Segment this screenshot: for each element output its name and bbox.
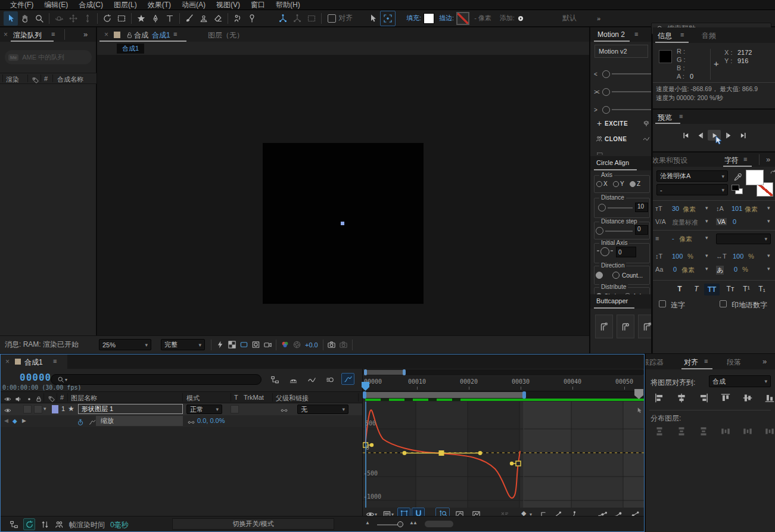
camera-region-tool[interactable] bbox=[114, 11, 129, 26]
distance-knob[interactable] bbox=[598, 204, 606, 211]
composition-mini-flowchart-icon[interactable] bbox=[269, 374, 281, 385]
col-t[interactable]: T bbox=[234, 394, 238, 401]
horizontal-scale-value[interactable]: 100 bbox=[733, 253, 743, 260]
ame-queue-button[interactable]: Me AME 中的队列 bbox=[5, 50, 92, 64]
distribute-left-button[interactable] bbox=[718, 424, 733, 438]
axis-radio-x[interactable]: X bbox=[596, 181, 608, 187]
panel-menu-icon[interactable]: ≡ bbox=[51, 30, 55, 38]
work-area-end-handle[interactable] bbox=[522, 391, 526, 399]
baseline-shift-value[interactable]: 0 bbox=[673, 266, 677, 273]
tab-align[interactable]: 对齐 bbox=[684, 357, 698, 368]
slider3-track[interactable] bbox=[612, 109, 652, 110]
time-ruler[interactable]: 00000 00010 00020 00030 00040 00050 bbox=[363, 376, 645, 391]
col-parent[interactable]: 父级和链接 bbox=[276, 394, 309, 403]
camera-view-icon[interactable] bbox=[262, 339, 273, 351]
col-trkmat[interactable]: TrkMat bbox=[244, 394, 264, 401]
stroke-width-label[interactable]: - 像素 bbox=[474, 14, 491, 23]
navigator-right-cap[interactable] bbox=[403, 369, 406, 375]
layer-name-field[interactable]: 形状图层 1 bbox=[78, 404, 183, 414]
layer-expand-icon[interactable]: ▾ bbox=[43, 406, 46, 412]
view-axis-mode[interactable] bbox=[304, 11, 319, 26]
property-value[interactable]: 0.0, 0.0% bbox=[197, 417, 225, 424]
tab-layer-none[interactable]: 图层（无） bbox=[208, 30, 244, 41]
default-fill-mini-swatch[interactable] bbox=[732, 185, 739, 191]
fill-color-swatch[interactable] bbox=[424, 13, 434, 24]
excite-row[interactable]: + EXCITE bbox=[594, 118, 652, 129]
tsume-value[interactable]: 0 bbox=[734, 266, 737, 273]
tsume-dropdown-icon[interactable]: ▾ bbox=[767, 266, 770, 272]
menu-view[interactable]: 视图(V) bbox=[211, 0, 245, 10]
clone-row[interactable]: CLONE bbox=[594, 133, 652, 144]
font-size-value[interactable]: 30 bbox=[672, 205, 679, 212]
motion-blur-icon[interactable] bbox=[324, 374, 336, 385]
work-area-bar[interactable] bbox=[364, 392, 525, 398]
distance-step-value[interactable]: 0 bbox=[635, 225, 648, 235]
previous-frame-button[interactable] bbox=[693, 130, 706, 141]
distance-step-knob[interactable] bbox=[596, 227, 603, 235]
tab-audio[interactable]: 音频 bbox=[702, 31, 716, 41]
region-of-interest-icon[interactable] bbox=[238, 339, 250, 351]
tab-circle-align[interactable]: Circle Align bbox=[596, 159, 629, 166]
kerning-value[interactable]: 度量标准 bbox=[672, 218, 698, 227]
eraser-tool[interactable] bbox=[211, 11, 225, 26]
channel-icon[interactable] bbox=[279, 339, 291, 351]
excite-apply-icon[interactable] bbox=[640, 117, 652, 129]
stroke-width-dropdown-icon[interactable]: ▾ bbox=[705, 235, 708, 241]
tab-tracker[interactable]: 跟踪器 bbox=[646, 357, 664, 368]
ligatures-checkbox[interactable] bbox=[659, 300, 666, 307]
keyframe-selected[interactable] bbox=[439, 450, 444, 456]
align-top-button[interactable] bbox=[718, 391, 733, 405]
tab-preview[interactable]: 预览 bbox=[658, 113, 672, 123]
axis-radio-z[interactable]: Z bbox=[630, 181, 640, 187]
distribute-hcenter-button[interactable] bbox=[740, 424, 755, 438]
baseline-dropdown-icon[interactable]: ▾ bbox=[705, 266, 708, 272]
kerning-dropdown-icon[interactable]: ▾ bbox=[705, 218, 708, 224]
col-number[interactable]: # bbox=[44, 75, 48, 82]
initial-axis-dial[interactable] bbox=[600, 247, 609, 256]
more-panels-icon[interactable]: » bbox=[83, 30, 88, 39]
stroke-width-value[interactable]: - bbox=[672, 235, 674, 242]
layer-row[interactable]: ▾ 1 ★ 形状图层 1 正常▾ 无▾ bbox=[1, 403, 363, 415]
stroke-style-select[interactable]: ▾ bbox=[716, 234, 771, 244]
keyframe-handle[interactable] bbox=[370, 443, 374, 447]
type-tool[interactable] bbox=[163, 11, 177, 26]
snap-checkbox[interactable] bbox=[328, 14, 336, 23]
footer-pill[interactable] bbox=[425, 521, 453, 527]
clone-stamp-tool[interactable] bbox=[197, 11, 211, 26]
parent-pickwhip-icon[interactable] bbox=[278, 405, 290, 416]
tab-buttcapper[interactable]: Buttcapper bbox=[596, 297, 628, 304]
col-comp-name[interactable]: 合成名称 bbox=[57, 75, 83, 84]
panel-menu-icon[interactable]: ≡ bbox=[680, 31, 684, 38]
keyframe-handle[interactable] bbox=[510, 462, 513, 465]
comp-tab-label[interactable]: 合成 bbox=[134, 30, 148, 41]
next-keyframe-icon[interactable]: ▶ bbox=[22, 418, 26, 424]
keyframe-toggle-icon[interactable]: ◆ bbox=[13, 418, 17, 424]
draft3d-icon[interactable] bbox=[39, 518, 51, 530]
pen-tool[interactable] bbox=[148, 11, 163, 26]
col-mode[interactable]: 模式 bbox=[186, 394, 200, 403]
align-to-select[interactable]: 合成▾ bbox=[709, 375, 771, 387]
prev-keyframe-icon[interactable]: ◀ bbox=[4, 418, 8, 424]
snapshot-icon[interactable] bbox=[326, 339, 338, 351]
align-bottom-button[interactable] bbox=[762, 391, 775, 405]
shape-layer-dot[interactable] bbox=[341, 222, 344, 225]
layer-lock-toggle[interactable] bbox=[34, 405, 42, 413]
motion-slider-row-1[interactable]: < bbox=[594, 69, 652, 79]
distribute-top-button[interactable] bbox=[652, 424, 667, 438]
distribute-vcenter-button[interactable] bbox=[674, 424, 689, 438]
zoom-tool[interactable] bbox=[32, 11, 46, 26]
navigator-left-cap[interactable] bbox=[364, 369, 367, 375]
property-name-cell[interactable]: 缩放 bbox=[96, 416, 183, 426]
keyframe-handle[interactable] bbox=[478, 451, 483, 455]
transparency-grid-icon[interactable] bbox=[226, 339, 238, 351]
clone-apply-icon[interactable] bbox=[640, 133, 652, 145]
axis-radio-y[interactable]: Y bbox=[613, 181, 624, 187]
tab-character[interactable]: 字符 bbox=[724, 155, 739, 166]
slider1-knob[interactable] bbox=[602, 70, 610, 78]
tab-motion2[interactable]: Motion 2 bbox=[597, 30, 625, 39]
menu-layer[interactable]: 图层(L) bbox=[108, 0, 142, 10]
hscale-dropdown-icon[interactable]: ▾ bbox=[767, 253, 770, 259]
panel-menu-icon[interactable]: ≡ bbox=[173, 30, 177, 38]
comp-tab-name[interactable]: 合成1 bbox=[152, 30, 170, 41]
distance-track[interactable] bbox=[608, 207, 633, 209]
